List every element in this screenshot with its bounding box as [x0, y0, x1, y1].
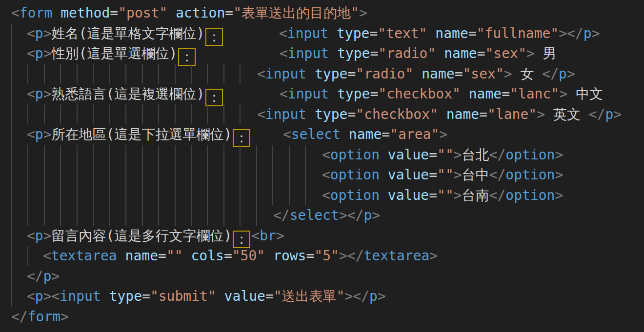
indent-guide	[272, 165, 273, 185]
code-token-punctuation: ></	[344, 288, 369, 304]
code-token-text: 留言內容(這是多行文字欄位)	[52, 228, 232, 244]
code-token-string: "lanc"	[510, 86, 559, 102]
code-token-tag: input	[287, 25, 328, 41]
indent-guide	[93, 145, 94, 165]
indent-guide	[289, 145, 290, 165]
indent-guide	[207, 104, 208, 125]
code-token-attribute: type	[329, 86, 370, 102]
code-token-punctuation: >	[567, 66, 575, 82]
indent-guide	[11, 205, 12, 226]
code-token-equals: =	[369, 25, 378, 41]
code-segment: <p>所在地區(這是下拉選單欄位)：	[27, 124, 251, 147]
code-token-equals: =	[429, 167, 437, 183]
code-token-punctuation: >	[372, 207, 380, 223]
indent-guide	[44, 104, 45, 125]
code-token-string: "radio"	[356, 66, 413, 82]
indent-guide	[175, 185, 176, 206]
indent-guide	[256, 185, 257, 206]
code-token-punctuation: >	[429, 248, 438, 264]
indent-guide	[11, 43, 12, 64]
code-token-punctuation: >	[555, 187, 563, 203]
code-segment: <p>留言內容(這是多行文字欄位)：<br>	[27, 226, 284, 248]
code-token-attribute: name	[427, 25, 468, 41]
indent-guide	[27, 185, 28, 206]
code-token-string: "fullname"	[477, 25, 559, 41]
code-token-tag: textarea	[51, 248, 117, 264]
code-token-punctuation: <	[279, 25, 287, 41]
code-token-punctuation: >	[454, 187, 462, 203]
code-line[interactable]: </form>	[0, 307, 644, 327]
indent-guide	[60, 64, 61, 84]
code-token-punctuation: ></	[339, 207, 364, 223]
code-token-tag: option	[505, 147, 555, 163]
code-token-punctuation: >	[43, 25, 52, 41]
code-line[interactable]: <form method="post" action="表單送出的目的地">	[0, 3, 644, 23]
code-token-tag: select	[291, 126, 341, 142]
indent-guide	[44, 145, 45, 165]
code-line[interactable]: <p>留言內容(這是多行文字欄位)：<br>	[0, 226, 644, 246]
indent-guide	[11, 226, 12, 246]
indent-guide	[207, 205, 208, 226]
indent-guide	[305, 145, 306, 165]
code-token-punctuation: >	[537, 106, 545, 122]
code-line[interactable]: </p>	[0, 266, 644, 287]
code-line[interactable]: <option value="">台中</option>	[0, 165, 644, 185]
code-token-string: "text"	[378, 25, 427, 41]
code-token-tag: input	[60, 288, 101, 304]
code-line[interactable]: <input type="radio" name="sex"> 女 </p>	[0, 64, 644, 84]
code-line[interactable]: <textarea name="" cols="50" rows="5"></t…	[0, 246, 644, 266]
indent-guide	[191, 165, 192, 185]
indent-guide	[223, 104, 224, 125]
indent-guide	[93, 185, 94, 206]
code-token-attribute: value	[380, 147, 429, 163]
indent-guide	[207, 165, 208, 185]
indent-guide	[142, 64, 143, 84]
indent-guide	[256, 145, 257, 165]
code-line[interactable]: <p>姓名(這是單格文字欄位)：<input type="text" name=…	[0, 23, 644, 44]
code-token-punctuation: >	[592, 25, 600, 41]
code-token-punctuation: </	[542, 66, 559, 82]
code-token-punctuation: </	[489, 147, 506, 163]
indent-guide	[191, 104, 192, 125]
code-token-attribute: type	[306, 106, 347, 122]
code-token-punctuation: >	[504, 66, 512, 82]
code-token-punctuation: </	[489, 187, 506, 203]
code-token-attribute: cols	[183, 248, 224, 264]
indent-guide	[158, 104, 159, 125]
code-token-punctuation: <	[283, 126, 291, 142]
indent-guide	[125, 205, 126, 226]
code-line[interactable]: <p>所在地區(這是下拉選單欄位)：<select name="area">	[0, 124, 644, 145]
indent-guide	[11, 124, 12, 145]
code-token-tag: select	[290, 207, 339, 223]
code-token-punctuation: <	[27, 86, 35, 102]
indent-guide	[272, 185, 273, 206]
code-token-punctuation: <	[280, 45, 288, 61]
code-segment: <textarea name="" cols="50" rows="5"></t…	[43, 246, 438, 266]
code-line[interactable]: <option value="">台北</option>	[0, 145, 644, 165]
indent-guide	[289, 185, 290, 206]
code-editor[interactable]: <form method="post" action="表單送出的目的地"><p…	[0, 0, 644, 332]
code-token-tag: p	[584, 25, 592, 41]
indent-guide	[240, 165, 241, 185]
indent-guide	[191, 64, 192, 84]
code-token-equals: =	[370, 86, 378, 102]
indent-guide	[240, 205, 241, 226]
code-token-punctuation: </	[27, 268, 43, 284]
code-line[interactable]: <p>性別(這是單選欄位)：<input type="radio" name="…	[0, 43, 644, 64]
code-token-attribute: name	[413, 66, 454, 82]
indent-guide	[175, 104, 176, 125]
code-token-punctuation: >	[555, 147, 563, 163]
code-token-text: 台南	[462, 187, 489, 203]
code-token-tag: input	[288, 45, 329, 61]
code-line[interactable]: <p>熟悉語言(這是複選欄位)：<input type="checkbox" n…	[0, 84, 644, 104]
code-line[interactable]: <option value="">台南</option>	[0, 185, 644, 206]
indent-guide	[93, 165, 94, 185]
code-line[interactable]: <p><input type="submit" value="送出表單"></p…	[0, 286, 644, 307]
code-line[interactable]: </select></p>	[0, 205, 644, 226]
code-token-text: 中文	[567, 86, 603, 102]
code-line[interactable]: <input type="checkbox" name="lane"> 英文 <…	[0, 104, 644, 125]
code-token-string: "50"	[232, 248, 265, 264]
code-segment: </p>	[27, 266, 60, 287]
code-segment: <input type="checkbox" name="lane"> 英文 <…	[257, 104, 622, 125]
code-token-tag: option	[505, 167, 555, 183]
